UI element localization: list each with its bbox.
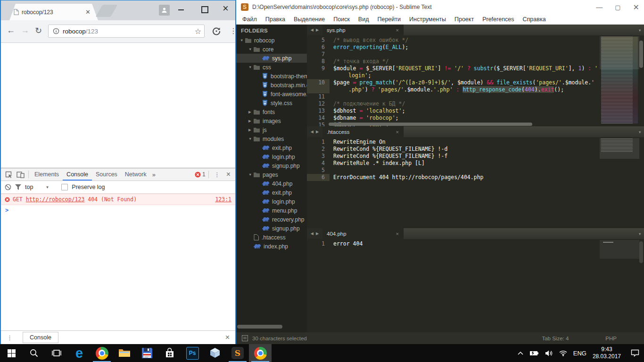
tree-item-images[interactable]: ▶images (236, 116, 307, 125)
taskbar-clock[interactable]: 9:43 28.03.2017 (593, 346, 621, 360)
taskbar-edge[interactable]: e (68, 344, 91, 362)
taskbar-file-explorer[interactable] (113, 344, 136, 362)
start-button[interactable] (0, 344, 23, 362)
tab-overflow-icon[interactable]: ▼ (638, 130, 642, 134)
menu-item-6[interactable]: Инструменты (405, 16, 450, 23)
new-tab-button[interactable] (95, 5, 117, 17)
taskbar-windows-store[interactable] (158, 344, 181, 362)
menu-item-2[interactable]: Выделение (289, 16, 329, 23)
devtools-tab-network[interactable]: Network (121, 169, 150, 181)
tree-item-css[interactable]: ▼css (236, 63, 307, 72)
minimize-button[interactable]: — (596, 3, 603, 11)
maximize-button[interactable] (201, 6, 208, 13)
action-center-icon[interactable] (631, 349, 639, 357)
tab-scroll-left-icon[interactable]: ◀ (311, 231, 314, 236)
execution-context-selector[interactable]: top ▼ (25, 184, 49, 190)
minimap[interactable] (601, 240, 638, 259)
tree-item-font-awesome-css[interactable]: font-awesome.css (236, 90, 307, 99)
tab-close-icon[interactable]: ✕ (85, 9, 91, 15)
tree-item-404-php[interactable]: 404.php (236, 179, 307, 188)
browser-tab[interactable]: robocop/123 ✕ (9, 4, 98, 20)
taskbar-virtualbox[interactable] (204, 344, 226, 362)
tab-close-icon[interactable]: × (396, 129, 399, 135)
taskbar-sublime[interactable]: S (226, 344, 249, 362)
collapse-arrow-icon[interactable]: ▶ (248, 128, 254, 132)
taskbar-chrome-pinned[interactable] (91, 344, 113, 362)
tab-sys-php[interactable]: sys.php× (322, 25, 404, 35)
filter-icon[interactable] (15, 184, 21, 190)
tab-overflow-icon[interactable]: ▼ (638, 28, 642, 33)
sidebar-hscrollbar[interactable] (237, 325, 282, 329)
tree-item-modules[interactable]: ▼modules (236, 134, 307, 143)
collapse-arrow-icon[interactable]: ▶ (248, 110, 254, 114)
more-tabs-chevron[interactable]: » (150, 171, 157, 178)
tab-close-icon[interactable]: × (396, 27, 399, 33)
task-view-button[interactable] (45, 344, 68, 362)
minimap[interactable] (601, 37, 638, 123)
tree-item-login-php[interactable]: login.php (236, 152, 307, 161)
wifi-icon[interactable] (559, 350, 567, 356)
tree-item-js[interactable]: ▶js (236, 125, 307, 134)
keyboard-language[interactable]: ENG (573, 350, 586, 357)
tree-item-recovery-php[interactable]: recovery.php (236, 215, 307, 224)
menu-item-0[interactable]: Файл (238, 16, 261, 23)
tree-item-login-php[interactable]: login.php (236, 197, 307, 206)
expand-arrow-icon[interactable]: ▼ (240, 38, 245, 42)
drawer-menu-icon[interactable]: ⋮ (1, 334, 16, 341)
menu-item-7[interactable]: Проект (450, 16, 478, 23)
taskbar-floppy-app[interactable] (136, 344, 158, 362)
tab-close-icon[interactable]: × (396, 231, 399, 237)
close-button[interactable]: ✕ (633, 3, 639, 12)
syntax-indicator[interactable]: PHP (605, 336, 617, 341)
volume-icon[interactable] (545, 350, 553, 356)
devtools-tab-sources[interactable]: Sources (92, 169, 121, 181)
minimap[interactable] (601, 139, 638, 152)
tree-item-exit-php[interactable]: exit.php (236, 143, 307, 152)
tree-item-robocop[interactable]: ▼robocop (236, 36, 307, 45)
menu-item-3[interactable]: Поиск (329, 16, 354, 23)
devtools-close-icon[interactable]: × (223, 170, 233, 179)
error-url-link[interactable]: http://robocop/123 (26, 196, 85, 203)
tree-item-index-php[interactable]: index.php (236, 242, 307, 251)
address-bar[interactable]: robocop/123 ☆ (48, 25, 205, 38)
extension-icon[interactable] (212, 26, 221, 36)
profile-avatar[interactable] (159, 5, 170, 16)
tree-item--htaccess[interactable]: .htaccess (236, 233, 307, 242)
tree-item-sys-php[interactable]: sys.php (236, 54, 307, 63)
menu-item-5[interactable]: Перейти (373, 16, 405, 23)
taskbar-chrome-active[interactable] (249, 344, 272, 362)
expand-arrow-icon[interactable]: ▼ (248, 137, 254, 141)
maximize-button[interactable]: ▢ (615, 4, 620, 11)
status-icon[interactable] (242, 335, 248, 341)
battery-charging-icon[interactable] (529, 350, 539, 356)
minimize-button[interactable] (178, 9, 184, 10)
tree-item-fonts[interactable]: ▶fonts (236, 107, 307, 116)
code-view[interactable]: 5/* вывод всех ошибок */6error_reporting… (307, 35, 644, 126)
info-icon[interactable] (53, 28, 59, 34)
expand-arrow-icon[interactable]: ▼ (248, 47, 254, 51)
menu-item-8[interactable]: Preferences (478, 16, 518, 23)
devtools-menu-icon[interactable]: ⋮ (211, 171, 223, 178)
error-count-badge[interactable]: 1 (195, 171, 206, 178)
tree-item-bootstrap-theme[interactable]: bootstrap-theme (236, 72, 307, 81)
taskbar-photoshop[interactable]: Ps (181, 344, 204, 362)
devtools-tab-console[interactable]: Console (63, 169, 92, 181)
tree-item-signup-php[interactable]: signup.php (236, 161, 307, 170)
horizontal-scrollbar[interactable] (329, 123, 532, 126)
collapse-arrow-icon[interactable]: ▶ (248, 119, 254, 123)
menu-item-9[interactable]: Справка (519, 16, 550, 23)
tab-scroll-left-icon[interactable]: ◀ (311, 130, 314, 134)
tree-item-bootstrap-min-css[interactable]: bootstrap.min.css (236, 81, 307, 90)
code-view[interactable]: 1RewriteEngine On2RewriteCond %{REQUEST_… (307, 137, 644, 228)
console-prompt[interactable]: > (1, 205, 235, 215)
clear-console-icon[interactable] (5, 184, 11, 190)
menu-item-1[interactable]: Правка (261, 16, 289, 23)
tree-item-signup-php[interactable]: signup.php (236, 224, 307, 233)
tree-item-pages[interactable]: ▼pages (236, 170, 307, 179)
expand-arrow-icon[interactable]: ▼ (248, 173, 254, 177)
bookmark-star-icon[interactable]: ☆ (195, 27, 201, 36)
back-button[interactable]: ← (7, 25, 15, 35)
devtools-tab-elements[interactable]: Elements (31, 169, 63, 181)
tree-item-menu-php[interactable]: menu.php (236, 206, 307, 215)
tab-scroll-right-icon[interactable]: ▶ (316, 231, 319, 236)
